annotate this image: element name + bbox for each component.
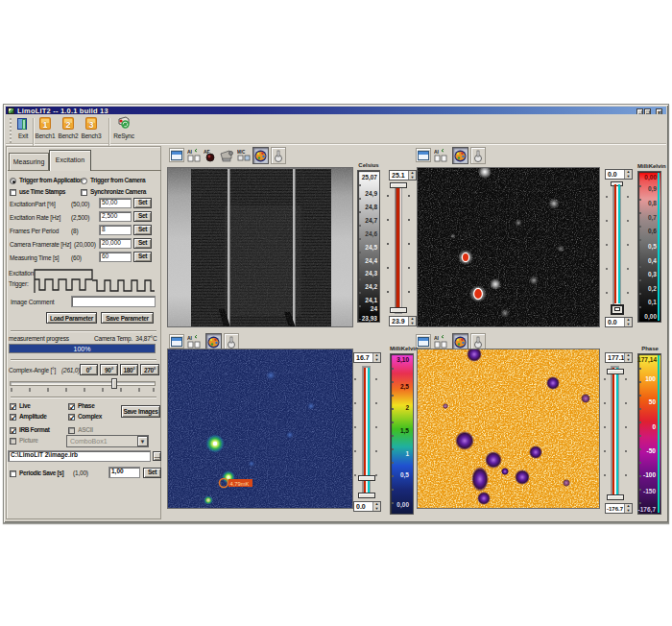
svg-text:2: 2 <box>65 120 70 130</box>
svg-text:AI: AI <box>434 149 440 155</box>
svg-text:1: 1 <box>42 120 47 130</box>
svg-text:3: 3 <box>88 120 93 130</box>
svg-text:AI: AI <box>434 335 440 341</box>
svg-text:AI: AI <box>187 149 193 155</box>
svg-text:AI: AI <box>187 335 193 341</box>
svg-text:M/C: M/C <box>237 150 246 155</box>
